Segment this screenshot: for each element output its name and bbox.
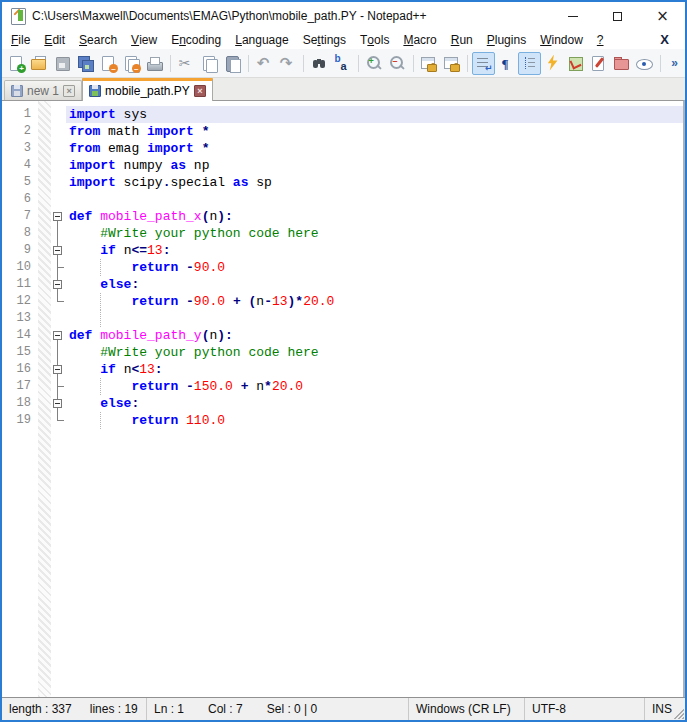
menu-item-macro[interactable]: Macro <box>396 30 443 49</box>
save-button[interactable] <box>51 52 74 75</box>
close-all-button[interactable]: – <box>120 52 143 75</box>
sync-vertical-scroll-button[interactable] <box>418 52 441 75</box>
print-button[interactable] <box>143 52 166 75</box>
code-editor[interactable]: 12345678910111213141516171819 import sys… <box>2 100 685 697</box>
show-indent-guide-button[interactable] <box>518 52 541 75</box>
code-line[interactable]: return -90.0 <box>66 259 683 276</box>
line-number[interactable]: 19 <box>2 412 38 429</box>
code-line[interactable]: #Write your python code here <box>66 225 683 242</box>
indent-guide-line <box>100 378 101 395</box>
function-list-button[interactable] <box>541 52 564 75</box>
menu-item-settings[interactable]: Settings <box>296 30 353 49</box>
line-number[interactable]: 10 <box>2 259 38 276</box>
code-line[interactable]: from emag import * <box>66 140 683 157</box>
code-line[interactable]: if n<13: <box>66 361 683 378</box>
code-line[interactable]: import sys <box>66 106 683 123</box>
line-number[interactable]: 8 <box>2 225 38 242</box>
replace-button[interactable] <box>331 52 354 75</box>
menu-item-language[interactable]: Language <box>228 30 295 49</box>
paste-button[interactable] <box>221 52 244 75</box>
line-number[interactable]: 6 <box>2 191 38 208</box>
code-line[interactable] <box>66 191 683 208</box>
tab-mobile-path-py[interactable]: mobile_path.PY × <box>82 78 213 101</box>
code-line[interactable]: #Write your python code here <box>66 344 683 361</box>
status-eol-format[interactable]: Windows (CR LF) <box>409 698 525 720</box>
code-line[interactable] <box>66 310 683 327</box>
code-line[interactable]: if n<=13: <box>66 242 683 259</box>
code-area[interactable]: import sysfrom math import *from emag im… <box>66 101 683 697</box>
code-line[interactable]: return -90.0 + (n-13)*20.0 <box>66 293 683 310</box>
code-line[interactable]: import numpy as np <box>66 157 683 174</box>
minimize-button[interactable] <box>550 2 595 30</box>
document-peek-button[interactable] <box>633 52 656 75</box>
code-line[interactable]: else: <box>66 276 683 293</box>
line-number[interactable]: 12 <box>2 293 38 310</box>
line-number[interactable]: 17 <box>2 378 38 395</box>
tab-close-icon[interactable]: × <box>63 85 75 97</box>
line-number[interactable]: 4 <box>2 157 38 174</box>
line-number[interactable]: 15 <box>2 344 38 361</box>
code-line[interactable]: return -150.0 + n*20.0 <box>66 378 683 395</box>
code-line[interactable]: from math import * <box>66 123 683 140</box>
line-number[interactable]: 16 <box>2 361 38 378</box>
toolbar-overflow-chevron[interactable]: » <box>667 56 682 70</box>
fold-collapse-box[interactable] <box>53 399 62 408</box>
app-icon[interactable] <box>10 8 26 24</box>
close-file-button[interactable]: – <box>97 52 120 75</box>
new-file-button[interactable]: + <box>5 52 28 75</box>
menu-item-tools[interactable]: Tools <box>353 30 396 49</box>
code-line[interactable]: def mobile_path_y(n): <box>66 327 683 344</box>
word-wrap-button[interactable] <box>472 52 495 75</box>
copy-button[interactable] <box>198 52 221 75</box>
fold-collapse-box[interactable] <box>53 331 62 340</box>
undo-button[interactable] <box>253 52 276 75</box>
fold-collapse-box[interactable] <box>53 280 62 289</box>
line-number[interactable]: 13 <box>2 310 38 327</box>
find-button[interactable] <box>308 52 331 75</box>
save-all-button[interactable] <box>74 52 97 75</box>
sync-horizontal-scroll-button[interactable] <box>440 52 463 75</box>
line-number[interactable]: 18 <box>2 395 38 412</box>
menu-item-encoding[interactable]: Encoding <box>164 30 228 49</box>
document-map-button[interactable] <box>564 52 587 75</box>
fold-collapse-box[interactable] <box>53 212 62 221</box>
redo-button[interactable] <box>276 52 299 75</box>
fold-collapse-box[interactable] <box>53 246 62 255</box>
line-number[interactable]: 14 <box>2 327 38 344</box>
cut-button[interactable] <box>175 52 198 75</box>
line-number[interactable]: 1 <box>2 106 38 123</box>
code-line[interactable]: def mobile_path_x(n): <box>66 208 683 225</box>
menu-item-[interactable]: ? <box>590 30 611 49</box>
maximize-button[interactable] <box>595 2 640 30</box>
zoom-in-button[interactable]: + <box>363 52 386 75</box>
status-encoding[interactable]: UTF-8 <box>525 698 645 720</box>
code-line[interactable]: else: <box>66 395 683 412</box>
menu-item-window[interactable]: Window <box>533 30 590 49</box>
zoom-out-button[interactable]: – <box>386 52 409 75</box>
menu-item-run[interactable]: Run <box>444 30 480 49</box>
line-number[interactable]: 7 <box>2 208 38 225</box>
line-number[interactable]: 3 <box>2 140 38 157</box>
tab-close-icon[interactable]: × <box>194 85 206 97</box>
menu-close-document-button[interactable]: X <box>660 32 685 47</box>
line-number[interactable]: 11 <box>2 276 38 293</box>
tab-new-1[interactable]: new 1 × <box>4 80 82 100</box>
line-number[interactable]: 5 <box>2 174 38 191</box>
line-number[interactable]: 9 <box>2 242 38 259</box>
resize-grip[interactable] <box>672 707 684 719</box>
line-number[interactable]: 2 <box>2 123 38 140</box>
show-all-characters-button[interactable] <box>495 52 518 75</box>
menu-item-search[interactable]: Search <box>72 30 124 49</box>
fold-collapse-box[interactable] <box>53 365 62 374</box>
menu-item-view[interactable]: View <box>124 30 164 49</box>
file-browser-button[interactable] <box>587 52 610 75</box>
close-button[interactable]: × <box>640 2 685 30</box>
bookmark-margin[interactable] <box>38 101 51 697</box>
code-line[interactable]: import scipy.special as sp <box>66 174 683 191</box>
folder-as-workspace-button[interactable] <box>610 52 633 75</box>
menu-item-file[interactable]: File <box>4 30 37 49</box>
menu-item-plugins[interactable]: Plugins <box>480 30 533 49</box>
open-file-button[interactable] <box>28 52 51 75</box>
menu-item-edit[interactable]: Edit <box>37 30 72 49</box>
code-line[interactable]: return 110.0 <box>66 412 683 429</box>
